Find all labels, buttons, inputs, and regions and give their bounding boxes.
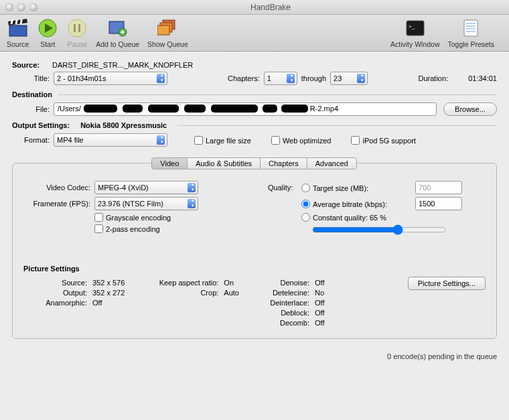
codec-select[interactable]: MPEG-4 (XviD) (94, 181, 198, 194)
close-button[interactable] (5, 3, 13, 11)
file-input[interactable] (54, 102, 437, 116)
fps-label: Framerate (FPS): (23, 200, 90, 208)
grayscale-checkbox[interactable]: Grayscale encoding (94, 213, 171, 222)
ps-deblock-l: Deblock: (259, 309, 309, 317)
twopass-label: 2-pass encoding (106, 225, 160, 233)
source-key: Source: (12, 61, 52, 69)
picture-settings-button[interactable]: Picture Settings... (408, 277, 486, 290)
activity-label: Activity Window (390, 40, 440, 48)
tab-video[interactable]: Video (151, 157, 188, 169)
format-label: Format: (12, 136, 50, 144)
presets-icon (460, 17, 482, 39)
svg-text:>_: >_ (409, 23, 415, 29)
tab-chapters[interactable]: Chapters (260, 157, 307, 169)
svg-rect-9 (74, 24, 76, 32)
ps-source-v: 352 x 576 (92, 279, 125, 287)
format-select[interactable]: MP4 file (54, 133, 167, 147)
svg-rect-15 (157, 25, 169, 35)
ps-denoise-v: Off (315, 279, 324, 287)
quality-slider[interactable] (312, 224, 446, 235)
ps-anam-l: Anamorphic: (23, 299, 87, 307)
pause-label: Pause (67, 40, 87, 48)
ps-decomb-l: Decomb: (259, 319, 309, 327)
start-label: Start (40, 40, 55, 48)
svg-rect-0 (9, 25, 27, 36)
toggle-presets-button[interactable]: Toggle Presets (448, 17, 494, 48)
ps-deint-l: Deinterlace: (259, 299, 309, 307)
ps-denoise-l: Denoise: (259, 279, 309, 287)
add-queue-icon (107, 17, 129, 39)
titlebar: HandBrake (0, 0, 509, 15)
ipod-label: iPod 5G support (362, 137, 416, 145)
fps-select[interactable]: 23.976 (NTSC Film) (94, 197, 198, 210)
codec-label: Video Codec: (23, 184, 90, 192)
window-title: HandBrake (38, 3, 504, 12)
target-size-input[interactable] (415, 181, 462, 194)
title-select[interactable]: 2 - 01h34m01s (54, 72, 167, 85)
ipod-checkbox[interactable]: iPod 5G support (351, 136, 416, 145)
zoom-button[interactable] (29, 3, 38, 11)
twopass-checkbox[interactable]: 2-pass encoding (94, 224, 160, 233)
ps-deblock-v: Off (315, 309, 324, 317)
queue-status: 0 encode(s) pending in the queue (0, 346, 509, 360)
destination-heading: Destination (12, 90, 52, 98)
add-queue-label: Add to Queue (96, 40, 139, 48)
target-size-radio[interactable]: Target size (MB): (301, 184, 415, 192)
duration-value: 01:34:01 (468, 74, 497, 82)
picture-settings-heading: Picture Settings (23, 265, 486, 273)
source-value: DARST_DIRE_STR..._MARK_KNOPFLER (52, 61, 193, 69)
output-settings-label: Output Settings: (12, 121, 70, 129)
grayscale-label: Grayscale encoding (106, 214, 171, 222)
show-queue-icon (157, 17, 178, 39)
svg-rect-18 (464, 20, 478, 36)
tab-advanced[interactable]: Advanced (307, 157, 357, 169)
terminal-icon: >_ (405, 17, 426, 39)
ps-source-l: Source: (23, 279, 87, 287)
large-file-label: Large file size (206, 137, 251, 145)
browse-button[interactable]: Browse... (443, 102, 497, 116)
chapter-to-select[interactable]: 23 (330, 72, 368, 85)
file-label: File: (12, 105, 50, 113)
ps-keep-l: Keep aspect ratio: (145, 279, 218, 287)
preset-name: Nokia 5800 Xpressmusic (80, 121, 167, 129)
activity-window-button[interactable]: >_ Activity Window (390, 17, 440, 48)
chapter-from-select[interactable]: 1 (264, 72, 297, 85)
presets-label: Toggle Presets (448, 40, 494, 48)
ps-detel-l: Detelecine: (259, 289, 309, 297)
svg-point-8 (68, 19, 86, 37)
large-file-checkbox[interactable]: Large file size (194, 136, 251, 145)
add-queue-button[interactable]: Add to Queue (96, 17, 139, 48)
video-panel: Video Codec: MPEG-4 (XviD) Framerate (FP… (12, 163, 497, 339)
clapperboard-icon (7, 17, 29, 39)
source-button[interactable]: Source (7, 17, 29, 48)
ps-keep-v: On (224, 279, 234, 287)
minimize-button[interactable] (17, 3, 25, 11)
chapters-label: Chapters: (228, 74, 260, 82)
ps-output-l: Output: (23, 289, 87, 297)
bitrate-label: Average bitrate (kbps): (313, 200, 387, 208)
duration-label: Duration: (419, 74, 449, 82)
ps-crop-v: Auto (224, 289, 239, 297)
ps-anam-v: Off (92, 299, 102, 307)
play-icon (37, 17, 58, 39)
pause-button: Pause (66, 17, 88, 48)
tab-bar: Video Audio & Subtitles Chapters Advance… (12, 157, 497, 169)
bitrate-input[interactable] (415, 197, 462, 210)
tab-audio[interactable]: Audio & Subtitles (187, 157, 261, 169)
ps-decomb-v: Off (315, 319, 324, 327)
ps-output-v: 352 x 272 (92, 289, 125, 297)
bitrate-radio[interactable]: Average bitrate (kbps): (301, 200, 415, 208)
pause-icon (66, 17, 88, 39)
show-queue-button[interactable]: Show Queue (147, 17, 188, 48)
web-opt-label: Web optimized (283, 137, 332, 145)
cq-label: Constant quality: 65 % (313, 214, 386, 222)
show-queue-label: Show Queue (147, 40, 188, 48)
ps-deint-v: Off (315, 299, 324, 307)
web-optimized-checkbox[interactable]: Web optimized (271, 136, 332, 145)
target-size-label: Target size (MB): (313, 184, 368, 192)
title-label: Title: (12, 74, 50, 82)
constant-quality-radio[interactable]: Constant quality: 65 % (301, 213, 386, 222)
toolbar: Source Start Pause Add to Queue Show Que… (0, 15, 509, 52)
quality-label: Quality: (268, 184, 301, 192)
start-button[interactable]: Start (37, 17, 58, 48)
